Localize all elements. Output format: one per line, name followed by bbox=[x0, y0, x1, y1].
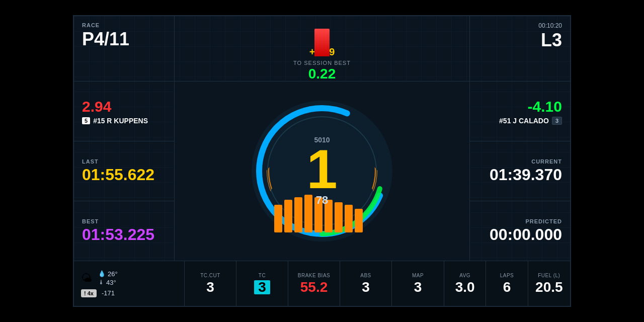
last-label: LAST bbox=[82, 158, 166, 165]
abs-label: ABS bbox=[360, 273, 371, 278]
gauge-wrapper: 5010 1 78 bbox=[252, 101, 392, 242]
tc-cut-control: TC.CUT 3 bbox=[185, 261, 236, 306]
tc-control: TC 3 bbox=[236, 261, 288, 306]
predicted-time: 00:00.000 bbox=[478, 225, 562, 244]
throttle-bar bbox=[314, 29, 330, 56]
air-temp: 💧 26° bbox=[98, 270, 118, 278]
best-label: BEST bbox=[82, 218, 166, 224]
race-position: P4/11 bbox=[82, 30, 166, 48]
air-icon: 💧 bbox=[98, 270, 106, 277]
competitor-behind-name: #51 J CALADO bbox=[499, 117, 549, 125]
left-panel: 2.94 5 #15 R KUPPENS LAST 01:55.622 BEST… bbox=[74, 82, 175, 261]
temp-group: 💧 26° 🌡 43° bbox=[98, 270, 118, 286]
competitor-behind-info: #51 J CALADO 3 bbox=[478, 117, 562, 125]
session-best-value: 0.22 bbox=[293, 66, 351, 82]
track-temp: 🌡 43° bbox=[98, 279, 118, 286]
position-badge: 3 bbox=[552, 117, 562, 125]
controls-section: TC.CUT 3 TC 3 BRAKE BIAS 55.2 ABS 3 MAP … bbox=[185, 261, 444, 306]
tc-value: 3 bbox=[254, 280, 270, 294]
best-time: 01:53.225 bbox=[82, 225, 166, 244]
predicted-label: PREDICTED bbox=[478, 218, 562, 224]
svg-rect-13 bbox=[355, 209, 363, 232]
tc-label: TC bbox=[259, 273, 266, 278]
competitor-ahead-info: 5 #15 R KUPPENS bbox=[82, 117, 166, 125]
lap-number: L3 bbox=[478, 31, 562, 49]
middle-section: 2.94 5 #15 R KUPPENS LAST 01:55.622 BEST… bbox=[74, 82, 570, 261]
svg-rect-5 bbox=[274, 205, 282, 232]
abs-control: ABS 3 bbox=[340, 261, 392, 306]
svg-rect-11 bbox=[335, 202, 343, 232]
svg-rect-7 bbox=[294, 197, 302, 232]
air-temp-value: 26° bbox=[108, 270, 118, 278]
current-label: CURRENT bbox=[478, 158, 562, 165]
weather-icon: 🌤 bbox=[81, 272, 92, 285]
session-info: 00:10:20 L3 bbox=[469, 16, 570, 82]
avg-stat: AVG 3.0 bbox=[444, 261, 486, 306]
gap-behind: -4.10 bbox=[478, 98, 562, 115]
laps-stat: LAPS 6 bbox=[486, 261, 528, 306]
brake-bias-control: BRAKE BIAS 55.2 bbox=[288, 261, 340, 306]
current-time: 01:39.370 bbox=[478, 166, 562, 184]
gap-ahead: 2.94 bbox=[82, 98, 166, 115]
current-lap-section: CURRENT 01:39.370 bbox=[470, 141, 570, 201]
fuel-stat: FUEL (L) 20.5 bbox=[528, 261, 570, 306]
laps-label: LAPS bbox=[500, 273, 514, 278]
track-icon: 🌡 bbox=[98, 279, 104, 286]
session-time: 00:10:20 bbox=[478, 22, 562, 29]
fuel-label: FUEL (L) bbox=[538, 273, 560, 278]
competitor-ahead: 2.94 5 #15 R KUPPENS bbox=[74, 82, 174, 141]
map-value: 3 bbox=[414, 280, 422, 294]
bottom-row: 🌤 💧 26° 🌡 43° ! 4x -171 bbox=[74, 261, 570, 306]
competitor-name: #15 R KUPPENS bbox=[93, 117, 148, 125]
map-control: MAP 3 bbox=[392, 261, 444, 306]
warning-badge: ! 4x bbox=[81, 289, 97, 297]
avg-label: AVG bbox=[459, 273, 470, 278]
competitor-behind: -4.10 #51 J CALADO 3 bbox=[470, 82, 570, 141]
abs-value: 3 bbox=[362, 280, 370, 294]
gauge-inner: 5010 1 78 bbox=[306, 136, 337, 207]
predicted-lap-section: PREDICTED 00:00.000 bbox=[470, 201, 570, 261]
stats-section: AVG 3.0 LAPS 6 FUEL (L) 20.5 bbox=[444, 261, 570, 306]
top-row: RACE P4/11 +0.09 TO SESSION BEST 0.22 00… bbox=[74, 16, 570, 82]
avg-value: 3.0 bbox=[455, 280, 475, 294]
map-label: MAP bbox=[412, 273, 424, 278]
tc-cut-value: 3 bbox=[206, 280, 214, 294]
right-panel: -4.10 #51 J CALADO 3 CURRENT 01:39.370 P… bbox=[469, 82, 570, 261]
dashboard: RACE P4/11 +0.09 TO SESSION BEST 0.22 00… bbox=[73, 15, 571, 307]
throttle-indicator bbox=[307, 21, 337, 56]
neg-value: -171 bbox=[102, 289, 115, 297]
last-lap-section: LAST 01:55.622 bbox=[74, 141, 174, 201]
session-best-label: TO SESSION BEST bbox=[293, 60, 351, 66]
race-label: RACE bbox=[82, 22, 166, 28]
best-lap-section: BEST 01:53.225 bbox=[74, 201, 174, 261]
tc-cut-label: TC.CUT bbox=[200, 273, 220, 278]
svg-rect-12 bbox=[345, 205, 353, 232]
last-time: 01:55.622 bbox=[82, 166, 166, 184]
laps-value: 6 bbox=[503, 280, 511, 294]
race-info: RACE P4/11 bbox=[74, 16, 175, 82]
fuel-value: 20.5 bbox=[535, 280, 563, 294]
center-gauge: 5010 1 78 bbox=[175, 82, 469, 261]
weather-section: 🌤 💧 26° 🌡 43° ! 4x -171 bbox=[74, 261, 185, 306]
weather-top: 🌤 💧 26° 🌡 43° bbox=[81, 270, 177, 286]
top-center: +0.09 TO SESSION BEST 0.22 bbox=[175, 16, 469, 82]
brake-bias-value: 55.2 bbox=[300, 280, 328, 294]
track-temp-value: 43° bbox=[106, 279, 116, 286]
brake-bias-label: BRAKE BIAS bbox=[298, 273, 330, 278]
gear-number: 1 bbox=[306, 144, 337, 194]
car-number-badge: 5 bbox=[82, 117, 90, 124]
svg-rect-6 bbox=[284, 200, 292, 232]
